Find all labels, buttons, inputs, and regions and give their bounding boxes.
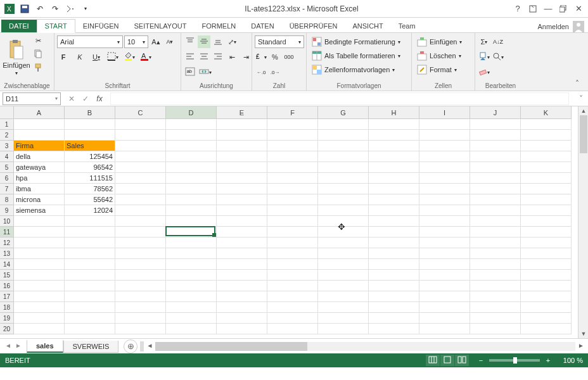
cell-K12[interactable]: [521, 238, 572, 248]
cell-C2[interactable]: [115, 130, 166, 141]
row-header-11[interactable]: 11: [0, 227, 14, 238]
tab-view[interactable]: ANSICHT: [345, 20, 390, 32]
clear-button[interactable]: ▾: [478, 66, 490, 79]
cell-C18[interactable]: [115, 302, 166, 313]
cell-I17[interactable]: [419, 291, 470, 302]
zoom-slider[interactable]: [489, 359, 540, 362]
cell-B5[interactable]: 96542: [65, 162, 115, 173]
cell-I3[interactable]: [419, 141, 470, 151]
cell-D16[interactable]: [166, 281, 217, 291]
cell-I20[interactable]: [419, 324, 470, 334]
cell-G13[interactable]: [318, 248, 369, 259]
cell-E3[interactable]: [217, 141, 267, 151]
cell-H2[interactable]: [369, 130, 419, 141]
cell-C12[interactable]: [115, 238, 166, 248]
cell-F3[interactable]: [267, 141, 318, 151]
cell-C13[interactable]: [115, 248, 166, 259]
cell-K3[interactable]: [521, 141, 572, 151]
format-cells-button[interactable]: Format▾: [414, 63, 464, 76]
cell-C4[interactable]: [115, 151, 166, 162]
row-header-20[interactable]: 20: [0, 324, 14, 334]
cell-E1[interactable]: [217, 119, 267, 130]
row-header-10[interactable]: 10: [0, 216, 14, 227]
cell-E10[interactable]: [217, 216, 267, 227]
cell-H18[interactable]: [369, 302, 419, 313]
decrease-font-button[interactable]: A▾: [163, 35, 176, 48]
cell-K4[interactable]: [521, 151, 572, 162]
cell-C9[interactable]: [115, 205, 166, 216]
cell-D1[interactable]: [166, 119, 217, 130]
cell-D8[interactable]: [166, 194, 217, 205]
cell-H10[interactable]: [369, 216, 419, 227]
cancel-formula-button[interactable]: ✕: [66, 93, 77, 104]
cell-E5[interactable]: [217, 162, 267, 173]
cell-A10[interactable]: [14, 216, 65, 227]
cell-styles-button[interactable]: Zellenformatvorlagen▾: [309, 63, 403, 76]
cell-D6[interactable]: [166, 173, 217, 184]
cell-B20[interactable]: [65, 324, 115, 334]
row-header-4[interactable]: 4: [0, 151, 14, 162]
sheet-tab-sales[interactable]: sales: [27, 340, 63, 353]
cell-G18[interactable]: [318, 302, 369, 313]
align-right-button[interactable]: [212, 51, 224, 63]
cell-C1[interactable]: [115, 119, 166, 130]
cell-B17[interactable]: [65, 291, 115, 302]
cell-I13[interactable]: [419, 248, 470, 259]
cell-B12[interactable]: [65, 238, 115, 248]
cell-A14[interactable]: [14, 259, 65, 270]
cell-A20[interactable]: [14, 324, 65, 334]
cell-H19[interactable]: [369, 313, 419, 324]
column-header-C[interactable]: C: [115, 106, 166, 119]
cell-B18[interactable]: [65, 302, 115, 313]
cell-C16[interactable]: [115, 281, 166, 291]
cell-A16[interactable]: [14, 281, 65, 291]
cell-C11[interactable]: [115, 227, 166, 238]
row-header-12[interactable]: 12: [0, 238, 14, 248]
cell-K8[interactable]: [521, 194, 572, 205]
cell-F9[interactable]: [267, 205, 318, 216]
cell-I9[interactable]: [419, 205, 470, 216]
cell-B1[interactable]: [65, 119, 115, 130]
increase-indent-button[interactable]: ⇥: [240, 51, 252, 63]
cell-E9[interactable]: [217, 205, 267, 216]
decrease-indent-button[interactable]: ⇤: [226, 51, 238, 63]
cell-E6[interactable]: [217, 173, 267, 184]
cell-J4[interactable]: [470, 151, 521, 162]
column-header-F[interactable]: F: [267, 106, 318, 119]
cell-I12[interactable]: [419, 238, 470, 248]
cell-D20[interactable]: [166, 324, 217, 334]
cell-G20[interactable]: [318, 324, 369, 334]
find-select-button[interactable]: ▾: [492, 51, 504, 63]
autosum-button[interactable]: Σ▾: [478, 35, 490, 48]
cell-B8[interactable]: 55642: [65, 194, 115, 205]
cell-A15[interactable]: [14, 270, 65, 281]
percent-button[interactable]: %: [269, 51, 281, 63]
row-header-7[interactable]: 7: [0, 184, 14, 194]
scroll-up-button[interactable]: ▲: [578, 106, 588, 115]
cell-F15[interactable]: [267, 270, 318, 281]
page-break-view-button[interactable]: [455, 355, 469, 366]
cell-H8[interactable]: [369, 194, 419, 205]
cell-H3[interactable]: [369, 141, 419, 151]
hscroll-split-handle[interactable]: [140, 341, 144, 352]
formula-input[interactable]: [110, 92, 569, 105]
cell-F13[interactable]: [267, 248, 318, 259]
row-header-18[interactable]: 18: [0, 302, 14, 313]
format-painter-button[interactable]: [32, 62, 44, 75]
row-header-15[interactable]: 15: [0, 270, 14, 281]
page-layout-view-button[interactable]: [440, 355, 454, 366]
cell-J16[interactable]: [470, 281, 521, 291]
row-header-1[interactable]: 1: [0, 119, 14, 130]
number-format-combo[interactable]: Standard▾: [255, 35, 304, 48]
cell-D15[interactable]: [166, 270, 217, 281]
cell-J20[interactable]: [470, 324, 521, 334]
fill-button[interactable]: ▾: [478, 51, 490, 63]
column-header-E[interactable]: E: [217, 106, 267, 119]
cell-D13[interactable]: [166, 248, 217, 259]
cell-K19[interactable]: [521, 313, 572, 324]
cell-K14[interactable]: [521, 259, 572, 270]
excel-icon[interactable]: X: [3, 2, 16, 16]
cell-I18[interactable]: [419, 302, 470, 313]
cell-J8[interactable]: [470, 194, 521, 205]
cell-I5[interactable]: [419, 162, 470, 173]
